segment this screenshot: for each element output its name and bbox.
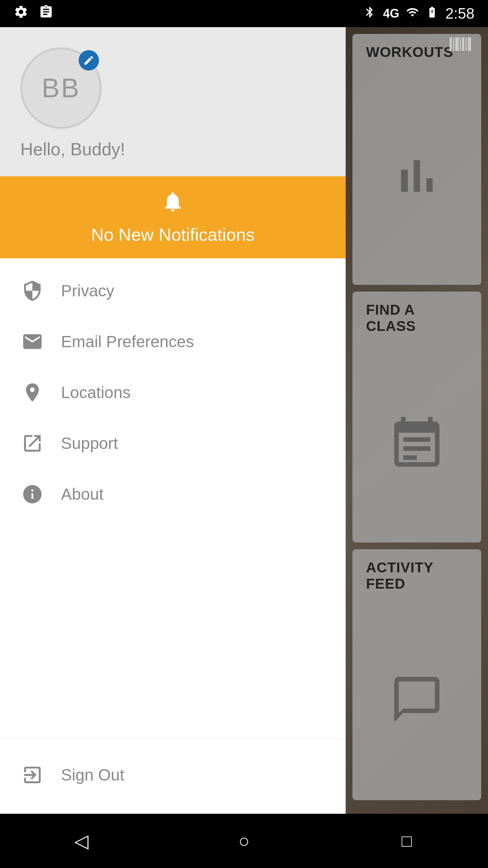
menu-item-locations[interactable]: Locations (0, 367, 346, 418)
settings-icon (14, 4, 28, 23)
sign-out-icon (20, 763, 44, 787)
sign-out-label: Sign Out (61, 766, 124, 784)
activity-feed-title: ACTIVITY FEED (352, 549, 481, 599)
barcode-icon[interactable] (447, 31, 474, 62)
notification-text: No New Notifications (91, 224, 255, 245)
find-a-class-icon-area (352, 341, 481, 542)
email-icon (20, 330, 44, 353)
menu-list: Privacy Email Preferences Location (0, 258, 346, 739)
time-display: 2:58 (445, 5, 474, 22)
main-area: WORKOUTS FIND A CLASS ACTIVITY FEED (0, 27, 488, 814)
signal-icon (406, 6, 419, 22)
recent-button[interactable]: □ (390, 824, 424, 858)
location-icon (20, 380, 44, 404)
status-bar: 4G 2:58 (0, 0, 488, 27)
find-a-class-title: FIND A CLASS (352, 292, 481, 341)
pencil-icon (83, 55, 95, 66)
about-label: About (61, 485, 103, 504)
locations-label: Locations (61, 383, 130, 402)
external-link-icon (20, 431, 44, 455)
battery-icon (426, 6, 439, 22)
edit-profile-badge[interactable] (79, 50, 99, 71)
bluetooth-icon (363, 6, 376, 22)
status-bar-right: 4G 2:58 (363, 5, 474, 22)
activity-feed-icon-area (352, 599, 481, 800)
4g-label: 4G (383, 6, 399, 21)
menu-item-support[interactable]: Support (0, 418, 346, 469)
avatar-initials: BB (42, 73, 81, 104)
chat-icon (390, 672, 444, 727)
bar-chart-icon (390, 149, 444, 203)
avatar-container: BB (20, 47, 102, 129)
menu-item-about[interactable]: About (0, 469, 346, 519)
calendar-icon (390, 415, 444, 469)
sign-out-button[interactable]: Sign Out (0, 749, 346, 800)
privacy-label: Privacy (61, 281, 114, 300)
find-a-class-card[interactable]: FIND A CLASS (352, 292, 481, 542)
back-button[interactable]: ◁ (64, 824, 98, 858)
menu-item-privacy[interactable]: Privacy (0, 265, 346, 316)
sign-out-section: Sign Out (0, 739, 346, 814)
support-label: Support (61, 434, 118, 453)
drawer: BB Hello, Buddy! No New Notifications (0, 27, 346, 814)
bottom-navigation: ◁ ○ □ (0, 814, 488, 868)
clipboard-icon (39, 4, 54, 23)
home-button[interactable]: ○ (227, 824, 261, 858)
user-greeting: Hello, Buddy! (20, 139, 125, 159)
status-bar-left (14, 4, 54, 23)
bell-icon (161, 190, 185, 219)
right-cards: WORKOUTS FIND A CLASS ACTIVITY FEED (346, 27, 488, 814)
email-preferences-label: Email Preferences (61, 332, 194, 351)
info-icon (20, 482, 44, 506)
workouts-icon-area (352, 67, 481, 285)
workouts-card[interactable]: WORKOUTS (352, 34, 481, 285)
activity-feed-card[interactable]: ACTIVITY FEED (352, 549, 481, 800)
shield-icon (20, 279, 44, 302)
menu-item-email-preferences[interactable]: Email Preferences (0, 316, 346, 367)
notification-banner[interactable]: No New Notifications (0, 176, 346, 258)
profile-section: BB Hello, Buddy! (0, 27, 346, 176)
